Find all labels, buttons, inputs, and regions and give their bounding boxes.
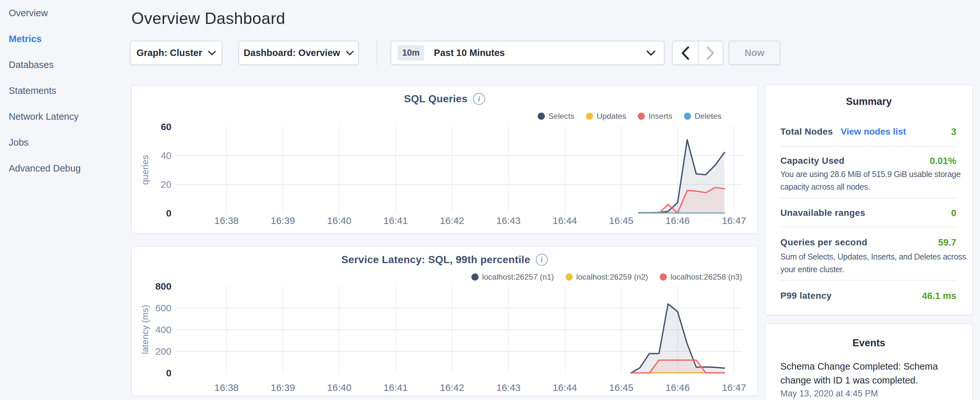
- legend-label: Updates: [597, 112, 626, 121]
- summary-row: Capacity Used0.01%: [780, 155, 956, 167]
- graph-scope-dropdown[interactable]: Graph: Cluster: [130, 41, 222, 65]
- sidebar-item-databases[interactable]: Databases: [0, 52, 100, 78]
- x-axis-tick-label: 16:38: [204, 382, 249, 393]
- chevron-left-icon: [681, 46, 689, 60]
- x-axis-tick-label: 16:41: [373, 382, 418, 393]
- x-axis-tick-label: 16:45: [598, 215, 644, 226]
- time-range-label: Past 10 Minutes: [434, 48, 505, 58]
- x-axis-tick-label: 16:43: [486, 382, 531, 393]
- legend-item[interactable]: localhost:26257 (n1): [471, 273, 554, 282]
- time-range-badge: 10m: [398, 45, 424, 61]
- legend-item[interactable]: Updates: [586, 112, 626, 121]
- legend-item[interactable]: Selects: [538, 112, 574, 121]
- time-range-selector[interactable]: 10m Past 10 Minutes: [390, 41, 665, 65]
- legend-dot: [660, 274, 667, 280]
- time-range-arrows: [672, 41, 724, 65]
- x-axis-tick-label: 16:39: [260, 382, 305, 393]
- chart-plot-area[interactable]: [175, 287, 742, 375]
- chart-title: SQL Queries: [404, 93, 468, 105]
- legend-item[interactable]: Inserts: [638, 112, 672, 121]
- legend-label: Inserts: [648, 112, 672, 121]
- legend-label: localhost:26259 (n2): [576, 273, 648, 282]
- page-title: Overview Dashboard: [131, 9, 285, 28]
- summary-divider: [780, 198, 956, 199]
- time-forward-button[interactable]: [698, 41, 723, 64]
- x-axis-tick-label: 16:47: [711, 382, 757, 393]
- service-latency-chart-card: Service Latency: SQL, 99th percentileilo…: [131, 246, 758, 396]
- x-axis-tick-label: 16:44: [542, 382, 587, 393]
- legend-item[interactable]: Deletes: [684, 112, 721, 121]
- sidebar: OverviewMetricsDatabasesStatementsNetwor…: [0, 0, 100, 400]
- summary-row: Queries per second59.7: [780, 236, 956, 249]
- sidebar-item-advanced-debug[interactable]: Advanced Debug: [0, 155, 100, 181]
- legend-dot: [538, 113, 545, 120]
- sidebar-item-overview[interactable]: Overview: [0, 0, 100, 26]
- summary-row-value: 3: [951, 126, 956, 137]
- graph-scope-dropdown-label: Graph: Cluster: [137, 48, 202, 58]
- summary-divider: [780, 280, 956, 280]
- chevron-down-icon: [646, 51, 655, 56]
- chart-title-row: Service Latency: SQL, 99th percentilei: [132, 254, 757, 266]
- sidebar-item-metrics[interactable]: Metrics: [0, 26, 100, 52]
- summary-row: Unavailable ranges0: [780, 207, 956, 220]
- chevron-down-icon: [208, 51, 216, 55]
- x-axis-tick-label: 16:46: [655, 215, 700, 226]
- chevron-right-icon: [706, 46, 715, 60]
- controls-divider: [377, 41, 377, 65]
- summary-row: P99 latency46.1 ms: [780, 289, 956, 302]
- sidebar-item-jobs[interactable]: Jobs: [0, 129, 100, 155]
- x-axis-tick-label: 16:39: [260, 215, 305, 226]
- events-title: Events: [765, 337, 972, 349]
- event-timestamp: May 13, 2020 at 4:45 PM: [780, 389, 878, 399]
- chevron-down-icon: [346, 51, 354, 55]
- x-axis-tick-label: 16:40: [317, 215, 362, 226]
- chart-legend: SelectsUpdatesInsertsDeletes: [526, 112, 721, 121]
- view-nodes-list-link[interactable]: View nodes list: [841, 126, 906, 137]
- summary-row-description: You are using 28.6 MiB of 515.9 GiB usab…: [780, 168, 968, 193]
- x-axis-tick-label: 16:40: [317, 382, 362, 393]
- summary-row-value: 46.1 ms: [922, 291, 956, 301]
- event-message: Schema Change Completed: Schema change w…: [780, 360, 958, 387]
- x-axis-tick-label: 16:41: [373, 215, 418, 226]
- legend-item[interactable]: localhost:26259 (n2): [566, 273, 648, 282]
- summary-divider: [780, 146, 956, 147]
- dashboard-dropdown[interactable]: Dashboard: Overview: [239, 41, 359, 65]
- y-axis-unit-label: latency (ms): [140, 281, 150, 378]
- legend-label: localhost:26258 (n3): [670, 273, 742, 282]
- summary-row-description: Sum of Selects, Updates, Inserts, and De…: [780, 250, 968, 276]
- legend-item[interactable]: localhost:26258 (n3): [660, 273, 742, 282]
- sidebar-item-statements[interactable]: Statements: [0, 78, 100, 104]
- summary-divider: [780, 226, 956, 227]
- x-axis-tick-label: 16:46: [655, 382, 700, 393]
- summary-row-value: 0.01%: [930, 156, 956, 166]
- legend-label: localhost:26257 (n1): [482, 273, 554, 282]
- summary-row-value: 59.7: [938, 237, 956, 248]
- x-axis-tick-label: 16:42: [430, 382, 475, 393]
- chart-plot-area[interactable]: [175, 127, 742, 215]
- info-icon[interactable]: i: [473, 93, 485, 105]
- sidebar-item-network-latency[interactable]: Network Latency: [0, 104, 100, 129]
- summary-row-label: Unavailable ranges: [780, 208, 865, 218]
- summary-row-value: 0: [951, 208, 956, 218]
- x-axis-tick-label: 16:47: [711, 215, 757, 226]
- summary-row: Total NodesView nodes list3: [780, 125, 956, 138]
- x-axis-tick-label: 16:42: [430, 215, 475, 226]
- x-axis-tick-label: 16:38: [204, 215, 249, 226]
- legend-label: Deletes: [695, 112, 721, 121]
- now-button-label: Now: [745, 48, 764, 58]
- now-button[interactable]: Now: [729, 41, 780, 65]
- x-axis-tick-label: 16:44: [542, 215, 587, 226]
- summary-row-label: P99 latency: [780, 291, 832, 301]
- legend-label: Selects: [549, 112, 574, 121]
- y-axis-unit-label: queries: [140, 121, 150, 218]
- chart-title-row: SQL Queriesi: [132, 93, 757, 105]
- events-panel: Events Schema Change Completed: Schema c…: [765, 323, 973, 400]
- summary-row-label: Total Nodes: [780, 126, 833, 137]
- chart-legend: localhost:26257 (n1)localhost:26259 (n2)…: [460, 273, 742, 282]
- legend-dot: [471, 274, 479, 280]
- info-icon[interactable]: i: [536, 254, 548, 266]
- legend-dot: [566, 274, 573, 280]
- summary-row-label: Queries per second: [780, 237, 867, 247]
- x-axis-tick-label: 16:43: [486, 215, 531, 226]
- time-back-button[interactable]: [673, 41, 698, 64]
